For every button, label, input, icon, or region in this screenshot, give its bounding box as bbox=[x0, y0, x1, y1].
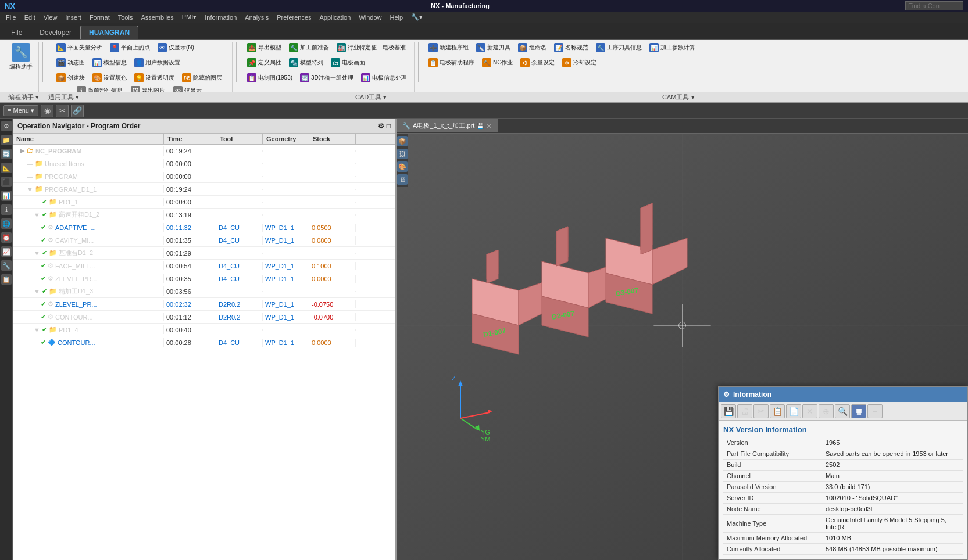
ribbon-btn-daochumoxing[interactable]: 📤 导出模型 bbox=[244, 42, 284, 53]
viewport-tab-close[interactable]: ✕ bbox=[486, 122, 492, 130]
ribbon-btn-dizhitu[interactable]: 📋 电制图(1953) bbox=[244, 72, 295, 84]
tool-icon-2[interactable]: ✂ bbox=[56, 105, 69, 117]
info-btn-close[interactable]: ✕ bbox=[802, 404, 817, 418]
tool-icon-3[interactable]: 🔗 bbox=[71, 105, 84, 117]
tab-huangran[interactable]: HUANGRAN bbox=[80, 26, 138, 39]
info-btn-cut[interactable]: ✂ bbox=[753, 404, 769, 418]
ribbon-btn-mingchengguifan[interactable]: 📝 名称规范 bbox=[551, 42, 591, 53]
menu-item-extra[interactable]: 🔧▾ bbox=[408, 12, 426, 22]
tab-developer[interactable]: Developer bbox=[31, 26, 80, 39]
sidebar-icon-wrench[interactable]: 🔧 bbox=[1, 260, 12, 271]
table-row[interactable]: ✔ ⚙ ZLEVEL_PR... 00:00:35 D4_CU WP_D1_1 … bbox=[13, 272, 395, 285]
ribbon-btn-daochutu[interactable]: 🖼 导出图片 bbox=[128, 85, 168, 92]
table-row[interactable]: ✔ ⚙ ZLEVEL_PR... 00:02:32 D2R0.2 WP_D1_1… bbox=[13, 298, 395, 311]
menu-btn[interactable]: ≡ Menu ▾ bbox=[3, 105, 38, 116]
info-btn-copy[interactable]: 📋 bbox=[770, 404, 785, 418]
table-row[interactable]: — 📁 Unused Items 00:00:00 bbox=[13, 157, 395, 170]
ribbon-btn-dianjixinxi[interactable]: 📊 电极信息处理 bbox=[358, 72, 410, 84]
info-btn-minus[interactable]: − bbox=[867, 404, 883, 418]
ribbon-btn-programhelper[interactable]: 🔧 编程助手 bbox=[7, 42, 35, 72]
menu-item-tools[interactable]: Tools bbox=[115, 13, 137, 22]
sidebar-icon-clipboard[interactable]: 📋 bbox=[1, 274, 12, 285]
table-row[interactable]: ▼ ✔ 📁 精加工D1_3 00:03:56 bbox=[13, 285, 395, 298]
table-row[interactable]: ✔ 🔷 CONTOUR... 00:00:28 D4_CU WP_D1_1 0.… bbox=[13, 336, 395, 349]
table-row[interactable]: — ✔ 📁 PD1_1 00:00:00 bbox=[13, 196, 395, 209]
sidebar-icon-folder[interactable]: 📁 bbox=[1, 135, 12, 145]
table-row[interactable]: ✔ ⚙ CAVITY_MI... 00:01:35 D4_CU WP_D1_1 … bbox=[13, 234, 395, 247]
ribbon-btn-xinjiandao[interactable]: 🔪 新建刀具 bbox=[473, 42, 513, 53]
ribbon-btn-yunliangsheding[interactable]: ⚙ 余量设定 bbox=[517, 57, 558, 69]
ribbon-btn-shezheanse[interactable]: 🎨 设置颜色 bbox=[90, 72, 130, 84]
info-btn-save[interactable]: 💾 bbox=[721, 404, 736, 418]
menu-item-analysis[interactable]: Analysis bbox=[241, 13, 272, 22]
ribbon-btn-moxingxinxi[interactable]: 📊 模型信息 bbox=[90, 57, 130, 69]
menu-item-insert[interactable]: Insert bbox=[62, 13, 85, 22]
table-row[interactable]: ✔ ⚙ ADAPTIVE_... 00:11:32 D4_CU WP_D1_1 … bbox=[13, 221, 395, 234]
menu-item-information[interactable]: Information bbox=[201, 13, 240, 22]
table-row[interactable]: ✔ ⚙ CONTOUR... 00:01:12 D2R0.2 WP_D1_1 -… bbox=[13, 311, 395, 324]
ribbon-btn-dangqian[interactable]: ℹ 当前部件信息 bbox=[74, 85, 126, 92]
menu-item-file[interactable]: File bbox=[2, 13, 20, 22]
ribbon-btn-jiagongcanshu[interactable]: 📊 加工参数计算 bbox=[646, 42, 698, 53]
find-input[interactable] bbox=[905, 1, 963, 10]
vp-icon-3[interactable]: 🎨 bbox=[397, 161, 408, 172]
menu-item-format[interactable]: Format bbox=[86, 13, 113, 22]
menu-item-view[interactable]: View bbox=[40, 13, 61, 22]
ribbon-btn-xinjianchengxuzu[interactable]: ➕ 新建程序组 bbox=[426, 42, 472, 53]
sidebar-icon-globe[interactable]: 🌐 bbox=[1, 218, 12, 229]
ribbon-btn-dongtaitu[interactable]: 🎬 动态图 bbox=[53, 57, 88, 69]
info-btn-search[interactable]: 🔍 bbox=[835, 404, 850, 418]
ribbon-btn-gongxudaojuxinxi[interactable]: 🔧 工序刀具信息 bbox=[593, 42, 645, 53]
ribbon-btn-xingyezheng[interactable]: 🏭 行业特定征—电极基准 bbox=[334, 42, 409, 53]
tab-file[interactable]: File bbox=[2, 26, 31, 39]
nav-settings-icon[interactable]: ⚙ bbox=[378, 122, 384, 130]
sidebar-icon-chart[interactable]: 📊 bbox=[1, 191, 12, 201]
info-btn-print[interactable]: 🖨 bbox=[737, 404, 752, 418]
menu-item-pmi[interactable]: PMI▾ bbox=[178, 12, 201, 22]
table-row[interactable]: — 📁 PROGRAM 00:00:00 bbox=[13, 170, 395, 183]
menu-item-assemblies[interactable]: Assemblies bbox=[137, 13, 177, 22]
viewport-tab-main[interactable]: 🔧 A电极_1_x_t_加工.prt 💾 ✕ bbox=[397, 119, 498, 132]
table-row[interactable]: ✔ ⚙ FACE_MILL... 00:00:54 D4_CU WP_D1_1 … bbox=[13, 260, 395, 272]
ribbon-btn-jiagongqianbei[interactable]: 🔧 加工前准备 bbox=[286, 42, 332, 53]
menu-item-window[interactable]: Window bbox=[355, 13, 385, 22]
table-row[interactable]: ▼ ✔ 📁 高速开粗D1_2 00:13:19 bbox=[13, 209, 395, 221]
ribbon-btn-chuangjianku[interactable]: 📦 创建块 bbox=[53, 72, 88, 84]
menu-item-application[interactable]: Application bbox=[316, 13, 355, 22]
sidebar-icon-info[interactable]: ℹ bbox=[1, 204, 12, 215]
ribbon-btn-zuminming[interactable]: 📦 组命名 bbox=[515, 42, 549, 53]
sidebar-icon-refresh[interactable]: 🔄 bbox=[1, 149, 12, 159]
nav-maximize-icon[interactable]: □ bbox=[387, 122, 391, 130]
ribbon-btn-dianjiehuamian[interactable]: 🗂 电极画面 bbox=[328, 57, 368, 69]
ribbon-btn-yonghu[interactable]: 👤 用户数据设置 bbox=[131, 57, 183, 69]
menu-item-edit[interactable]: Edit bbox=[21, 13, 39, 22]
ribbon-btn-3dzhu[interactable]: 🔄 3D注稿一组处理 bbox=[297, 72, 356, 84]
table-row[interactable]: ▶ 🗂 NC_PROGRAM 00:19:24 bbox=[13, 145, 395, 157]
ribbon-btn-jinxianshi[interactable]: 👁 仅显示 bbox=[170, 85, 205, 92]
ribbon-btn-yincangceng[interactable]: 🗺 隐藏的图层 bbox=[179, 72, 225, 84]
table-row[interactable]: ▼ ✔ 📁 基准台D1_2 00:01:29 bbox=[13, 247, 395, 260]
menu-item-help[interactable]: Help bbox=[386, 13, 406, 22]
ribbon-btn-dingyi[interactable]: 📌 定义属性 bbox=[244, 57, 284, 69]
vp-icon-4[interactable]: 🖥 bbox=[397, 174, 408, 185]
info-btn-paste[interactable]: 📄 bbox=[786, 404, 801, 418]
tool-icon-1[interactable]: ◉ bbox=[41, 105, 53, 117]
vp-icon-2[interactable]: 🖼 bbox=[397, 149, 408, 159]
ribbon-btn-ncgongzuo[interactable]: 🔨 NC作业 bbox=[479, 57, 516, 69]
sidebar-icon-square[interactable]: ⬛ bbox=[1, 177, 12, 187]
vp-icon-1[interactable]: 📦 bbox=[397, 136, 408, 146]
table-row[interactable]: ▼ 📁 PROGRAM_D1_1 00:19:24 bbox=[13, 183, 395, 196]
sidebar-icon-stats[interactable]: 📈 bbox=[1, 246, 12, 257]
sidebar-icon-settings[interactable]: ⚙ bbox=[1, 121, 12, 131]
ribbon-btn-dianjifuzhu[interactable]: 📋 电极辅助程序 bbox=[426, 57, 477, 69]
ribbon-btn-shezhitouming[interactable]: 💡 设置透明度 bbox=[131, 72, 177, 84]
table-row[interactable]: ▼ ✔ 📁 PD1_4 00:00:40 bbox=[13, 324, 395, 336]
ribbon-btn-pingmiandian[interactable]: 📍 平面上的点 bbox=[107, 42, 153, 53]
ribbon-btn-moxinglielie[interactable]: 🔩 模型特列 bbox=[286, 57, 326, 69]
info-btn-grid[interactable]: ▦ bbox=[851, 404, 866, 418]
sidebar-icon-clock[interactable]: ⏰ bbox=[1, 232, 12, 243]
sidebar-icon-geometry[interactable]: 📐 bbox=[1, 163, 12, 173]
menu-item-preferences[interactable]: Preferences bbox=[273, 13, 315, 22]
viewport-3d[interactable]: D1-007 D2-007 bbox=[397, 134, 968, 560]
ribbon-btn-lengjuesheding[interactable]: ❄ 冷却设定 bbox=[559, 57, 599, 69]
